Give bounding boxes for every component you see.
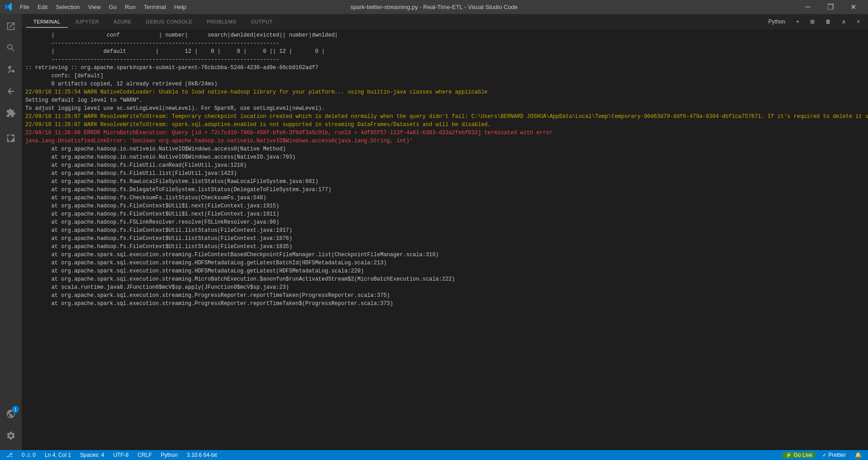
cursor-position-text: Ln 4, Col 1 bbox=[45, 452, 71, 458]
menu-bar: File Edit Selection View Go Run Terminal… bbox=[16, 3, 190, 11]
tab-jupyter[interactable]: JUPYTER bbox=[68, 16, 107, 28]
terminal-line: at scala.runtime.java8.JFunction0$mcV$sp… bbox=[25, 283, 864, 291]
terminal-output[interactable]: | conf | number| search|dwnlded|evicted|… bbox=[22, 29, 868, 450]
terminal-line: at org.apache.hadoop.fs.RawLocalFileSyst… bbox=[25, 178, 864, 186]
terminal-line: at org.apache.hadoop.fs.ChecksumFs.listS… bbox=[25, 194, 864, 202]
encoding[interactable]: UTF-8 bbox=[111, 452, 130, 458]
main-layout: 1 TERMINAL JUPYTER AZURE DEBUG CONSOLE P… bbox=[0, 14, 868, 450]
activity-bar: 1 bbox=[0, 14, 22, 450]
window-controls: ─ ❐ ✕ bbox=[797, 0, 863, 14]
terminal-line: at org.apache.hadoop.fs.DelegateToFileSy… bbox=[25, 186, 864, 194]
line-endings[interactable]: CRLF bbox=[136, 452, 153, 458]
prettier-button[interactable]: ✓ Prettier bbox=[821, 452, 848, 458]
terminal-line: at org.apache.hadoop.fs.FileContext$Util… bbox=[25, 243, 864, 251]
terminal-line: at org.apache.hadoop.fs.FileContext$Util… bbox=[25, 202, 864, 210]
tab-terminal[interactable]: TERMINAL bbox=[26, 16, 68, 28]
terminal-line: at org.apache.spark.sql.execution.stream… bbox=[25, 259, 864, 267]
terminal-line: :: retrieving :: org.apache.spark#spark-… bbox=[25, 64, 864, 72]
errors-warnings-text: 0 ⚠ 0 bbox=[22, 452, 36, 458]
terminal-line: 22/09/10 11:25:54 WARN NativeCodeLoader:… bbox=[25, 88, 864, 96]
menu-view[interactable]: View bbox=[85, 3, 104, 11]
remote-badge: 1 bbox=[12, 406, 19, 413]
terminal-line: ----------------------------------------… bbox=[25, 56, 864, 64]
panel-tabs-list: TERMINAL JUPYTER AZURE DEBUG CONSOLE PRO… bbox=[26, 16, 280, 28]
terminal-line: java.lang.UnsatisfiedLinkError: 'boolean… bbox=[25, 137, 864, 145]
activity-extensions[interactable] bbox=[0, 102, 22, 124]
vscode-logo-icon bbox=[5, 3, 13, 11]
branch-status[interactable]: ⎇ bbox=[5, 452, 14, 458]
activity-settings[interactable] bbox=[0, 425, 22, 446]
content-area: TERMINAL JUPYTER AZURE DEBUG CONSOLE PRO… bbox=[22, 14, 868, 450]
activity-run-debug[interactable] bbox=[0, 80, 22, 102]
encoding-text: UTF-8 bbox=[113, 452, 128, 458]
terminal-line: at org.apache.spark.sql.execution.stream… bbox=[25, 267, 864, 275]
activity-search[interactable] bbox=[0, 37, 22, 59]
branch-icon: ⎇ bbox=[6, 452, 13, 458]
terminal-line: Setting default log level to "WARN". bbox=[25, 96, 864, 104]
menu-help[interactable]: Help bbox=[170, 3, 190, 11]
tab-azure[interactable]: AZURE bbox=[106, 16, 139, 28]
maximize-panel-button[interactable]: ∧ bbox=[838, 18, 849, 26]
restore-button[interactable]: ❐ bbox=[820, 0, 841, 14]
split-terminal-button[interactable]: ⊞ bbox=[807, 18, 818, 26]
status-right: ⚡ Go Live ✓ Prettier 🔔 bbox=[783, 452, 863, 458]
terminal-line: | default | 12 | 0 | 0 | 0 || 12 | 0 | bbox=[25, 47, 864, 56]
cursor-position[interactable]: Ln 4, Col 1 bbox=[43, 452, 73, 458]
terminal-line: at org.apache.hadoop.fs.FileUtil.list(Fi… bbox=[25, 169, 864, 178]
tab-output[interactable]: OUTPUT bbox=[244, 16, 280, 28]
terminal-line: | conf | number| search|dwnlded|evicted|… bbox=[25, 31, 864, 39]
activity-testing[interactable] bbox=[0, 127, 22, 149]
go-live-text: ⚡ Go Live bbox=[785, 452, 812, 458]
kill-terminal-button[interactable]: 🗑 bbox=[822, 18, 835, 26]
terminal-line: at org.apache.hadoop.fs.FileContext$Util… bbox=[25, 235, 864, 243]
activity-explorer[interactable] bbox=[0, 15, 22, 37]
terminal-line: at org.apache.hadoop.fs.FileContext$Util… bbox=[25, 210, 864, 218]
activity-bar-bottom: 1 bbox=[0, 403, 22, 450]
go-live-button[interactable]: ⚡ Go Live bbox=[783, 452, 815, 458]
status-bar: ⎇ 0 ⚠ 0 Ln 4, Col 1 Spaces: 4 UTF-8 CRLF… bbox=[0, 450, 868, 460]
terminal-line: 0 artifacts copied, 12 already retrieved… bbox=[25, 80, 864, 88]
tab-debug-console[interactable]: DEBUG CONSOLE bbox=[139, 16, 199, 28]
close-panel-button[interactable]: × bbox=[853, 18, 863, 26]
minimize-button[interactable]: ─ bbox=[797, 0, 818, 14]
new-terminal-button[interactable]: + bbox=[793, 18, 803, 26]
terminal-line: at org.apache.hadoop.fs.FileContext$Util… bbox=[25, 226, 864, 235]
menu-run[interactable]: Run bbox=[121, 3, 139, 11]
prettier-text: ✓ Prettier bbox=[822, 452, 846, 458]
close-button[interactable]: ✕ bbox=[843, 0, 863, 14]
tab-problems[interactable]: PROBLEMS bbox=[200, 16, 244, 28]
python-version[interactable]: 3.10.6 64-bit bbox=[185, 452, 219, 458]
activity-remote[interactable]: 1 bbox=[0, 403, 22, 425]
line-endings-text: CRLF bbox=[137, 452, 151, 458]
status-left: ⎇ 0 ⚠ 0 Ln 4, Col 1 Spaces: 4 UTF-8 CRLF… bbox=[5, 452, 219, 458]
title-bar-left: File Edit Selection View Go Run Terminal… bbox=[5, 3, 190, 11]
menu-go[interactable]: Go bbox=[105, 3, 120, 11]
terminal-line: 22/09/10 11:26:07 WARN ResolveWriteToStr… bbox=[25, 121, 864, 129]
window-title: spark-twitter-streaming.py - Real-Time-E… bbox=[350, 4, 518, 10]
terminal-line: To adjust logging level use sc.setLogLev… bbox=[25, 104, 864, 113]
notifications-icon: 🔔 bbox=[855, 452, 862, 458]
language-mode-text: Python bbox=[161, 452, 178, 458]
terminal-line: confs: [default] bbox=[25, 72, 864, 80]
python-label[interactable]: Python bbox=[765, 18, 789, 26]
indentation[interactable]: Spaces: 4 bbox=[78, 452, 106, 458]
indentation-text: Spaces: 4 bbox=[80, 452, 104, 458]
terminal-line: at org.apache.spark.sql.execution.stream… bbox=[25, 291, 864, 300]
menu-selection[interactable]: Selection bbox=[52, 3, 83, 11]
title-bar: File Edit Selection View Go Run Terminal… bbox=[0, 0, 868, 14]
terminal-line: 22/09/10 11:26:07 WARN ResolveWriteToStr… bbox=[25, 113, 864, 121]
terminal-line: 22/09/10 11:26:08 ERROR MicroBatchExecut… bbox=[25, 129, 864, 137]
terminal-line: at org.apache.hadoop.fs.FSLinkResolver.r… bbox=[25, 218, 864, 226]
terminal-line: at org.apache.hadoop.io.nativeio.NativeI… bbox=[25, 145, 864, 153]
python-version-text: 3.10.6 64-bit bbox=[187, 452, 217, 458]
activity-source-control[interactable] bbox=[0, 59, 22, 80]
errors-warnings[interactable]: 0 ⚠ 0 bbox=[20, 452, 38, 458]
panel-tabs: TERMINAL JUPYTER AZURE DEBUG CONSOLE PRO… bbox=[22, 14, 868, 29]
terminal-line: at org.apache.spark.sql.execution.stream… bbox=[25, 251, 864, 259]
menu-edit[interactable]: Edit bbox=[34, 3, 51, 11]
language-mode[interactable]: Python bbox=[159, 452, 179, 458]
menu-terminal[interactable]: Terminal bbox=[140, 3, 170, 11]
menu-file[interactable]: File bbox=[16, 3, 33, 11]
notifications-button[interactable]: 🔔 bbox=[853, 452, 863, 458]
terminal-line: at org.apache.hadoop.io.nativeio.NativeI… bbox=[25, 153, 864, 161]
